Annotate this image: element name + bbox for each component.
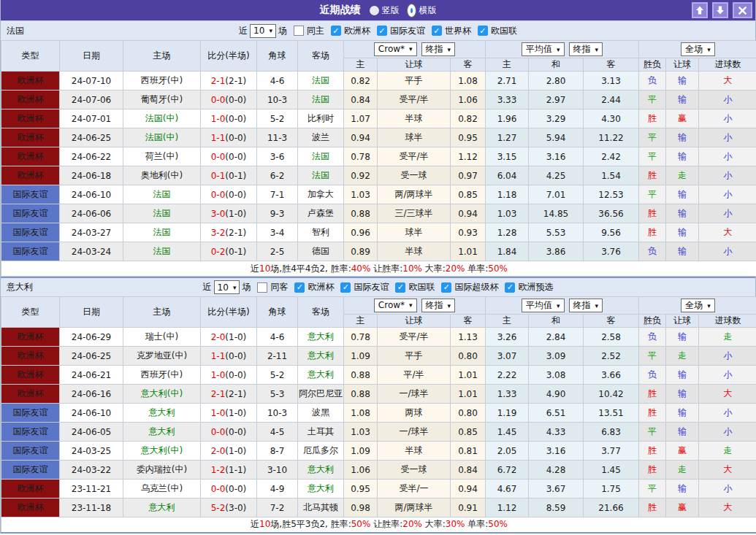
match-type-cell: 欧洲杯 [1, 109, 60, 128]
result-winlose: 负 [639, 72, 666, 91]
match-type-cell: 欧洲杯 [1, 128, 60, 147]
move-up-button[interactable] [692, 2, 708, 18]
summary-value: 30% [446, 519, 465, 529]
result-winlose: 胜 [639, 109, 666, 128]
avg-odds-cell: 2.52 [584, 347, 639, 366]
result-goals: 小 [699, 166, 756, 185]
odds-group-header: 全场▾ [639, 297, 756, 315]
result-winlose: 负 [639, 366, 666, 385]
select-value: 终指 [426, 299, 443, 312]
avg-stage-select[interactable]: 终指▾ [569, 42, 603, 56]
same-venue-checkbox[interactable] [257, 282, 267, 293]
chevron-down-icon: ▾ [707, 302, 711, 309]
check-icon: ✓ [378, 26, 385, 36]
fulltime-scope-select[interactable]: 全场▾ [681, 42, 715, 56]
layout-radio-option[interactable]: 横版 [407, 4, 437, 18]
fulltime-score: 0-2 [211, 247, 226, 257]
column-header: 和 [529, 58, 584, 72]
competition-checkbox[interactable]: ✓ [294, 282, 305, 293]
match-type-cell: 国际友谊 [1, 442, 60, 461]
halftime-score: (0-0) [225, 95, 246, 105]
summary-label: 大率: [422, 519, 446, 529]
crow-odds-cell: 受平/半 [378, 328, 451, 347]
match-date: 24-06-25 [60, 347, 123, 366]
avg-odds-cell: 2.80 [529, 72, 584, 91]
fulltime-scope-select[interactable]: 全场▾ [681, 299, 715, 312]
home-team: 法国(中) [123, 109, 201, 128]
match-type-cell: 国际友谊 [1, 423, 60, 442]
avg-odds-cell: 3.86 [529, 242, 584, 261]
crow-odds-cell: 1.01 [451, 366, 486, 385]
corner-count: 8-7 [257, 442, 298, 461]
competition-checkbox[interactable]: ✓ [441, 282, 451, 293]
result-goals: 大 [699, 385, 756, 404]
fulltime-score: 1-0 [211, 114, 226, 124]
avg-source-select[interactable]: 平均值▾ [522, 42, 565, 56]
odds-source-select[interactable]: Crow*▾ [374, 42, 417, 56]
corner-count: 11-3 [257, 128, 298, 147]
crow-odds-cell: 0.96 [344, 223, 378, 242]
match-type-cell: 欧洲杯 [1, 328, 60, 347]
chevron-down-icon: ▾ [595, 46, 599, 53]
competition-checkbox[interactable]: ✓ [340, 282, 351, 293]
home-team: 意大利(中) [123, 442, 201, 461]
match-type-cell: 欧洲杯 [1, 385, 60, 404]
result-winlose: 平 [639, 347, 666, 366]
match-date: 24-06-05 [60, 423, 123, 442]
avg-odds-cell: 7.01 [529, 185, 584, 204]
avg-source-select[interactable]: 平均值▾ [522, 299, 565, 312]
match-count-select[interactable]: 10▾ [214, 280, 240, 294]
check-icon: ✓ [297, 282, 303, 292]
odds-stage-select[interactable]: 终指▾ [421, 299, 456, 312]
column-header: 让球 [378, 315, 451, 328]
check-icon: ✓ [479, 26, 486, 36]
crow-odds-cell: 0.89 [344, 242, 378, 261]
results-table: 类型日期主场比分(半场)角球客场Crow*▾终指▾平均值▾终指▾全场▾主让球客主… [1, 296, 756, 534]
crow-odds-cell: 受平/半 [378, 91, 451, 109]
halftime-score: (2-1) [225, 228, 246, 238]
match-count-select[interactable]: 10▾ [250, 24, 276, 38]
competition-checkbox[interactable]: ✓ [331, 26, 341, 36]
away-team: 土耳其 [298, 423, 344, 442]
corner-count: 5-3 [257, 385, 298, 404]
crow-odds-cell: 0.94 [451, 480, 486, 499]
same-venue-label: 同主 [307, 25, 324, 37]
score-cell: 0-0(0-0) [201, 91, 257, 109]
crow-odds-cell: 0.85 [451, 423, 486, 442]
odds-source-select[interactable]: Crow*▾ [374, 299, 417, 312]
avg-odds-cell: 1.28 [486, 223, 529, 242]
close-button[interactable] [733, 2, 752, 18]
crow-odds-cell: 0.78 [344, 328, 378, 347]
away-team: 意大利 [298, 328, 344, 347]
corner-count: 5-2 [257, 109, 298, 128]
away-team: 意大利 [298, 347, 344, 366]
team-section: 意大利近10▾场同客✓欧洲杯✓国际友谊✓欧国联✓国际超级杯✓欧洲预选类型日期主场… [1, 277, 755, 534]
avg-stage-select[interactable]: 终指▾ [569, 299, 603, 312]
result-goals: 走 [699, 442, 756, 461]
result-handicap: 输 [666, 185, 699, 204]
crow-odds-cell: 0.80 [451, 404, 486, 423]
avg-odds-cell: 14.85 [529, 204, 584, 223]
avg-odds-cell: 3.29 [529, 109, 584, 128]
match-row: 欧洲杯24-06-29瑞士(中)2-0(1-0)4-6意大利0.78受平/半1.… [1, 328, 756, 347]
competition-checkbox[interactable]: ✓ [395, 282, 405, 293]
competition-checkbox[interactable]: ✓ [478, 26, 488, 36]
layout-radio-option[interactable]: 竖版 [370, 4, 400, 17]
competition-checkbox[interactable]: ✓ [432, 26, 442, 36]
crow-odds-cell: 平/半 [378, 366, 451, 385]
avg-odds-cell: 5.53 [529, 223, 584, 242]
crow-odds-cell: 0.91 [451, 499, 486, 517]
odds-stage-select[interactable]: 终指▾ [421, 42, 456, 56]
match-date: 24-07-10 [60, 72, 123, 91]
column-header: 胜负 [639, 58, 666, 72]
competition-checkbox[interactable]: ✓ [377, 26, 387, 36]
check-icon: ✓ [332, 26, 339, 36]
result-handicap: 输 [666, 223, 699, 242]
summary-label: 让胜率: [370, 519, 402, 529]
competition-checkbox[interactable]: ✓ [505, 282, 515, 293]
crow-odds-cell: 0.88 [344, 385, 378, 404]
move-down-button[interactable] [712, 2, 728, 18]
crow-odds-cell: 0.82 [344, 72, 378, 91]
match-count-value: 10 [253, 26, 264, 36]
same-venue-checkbox[interactable] [294, 26, 304, 36]
